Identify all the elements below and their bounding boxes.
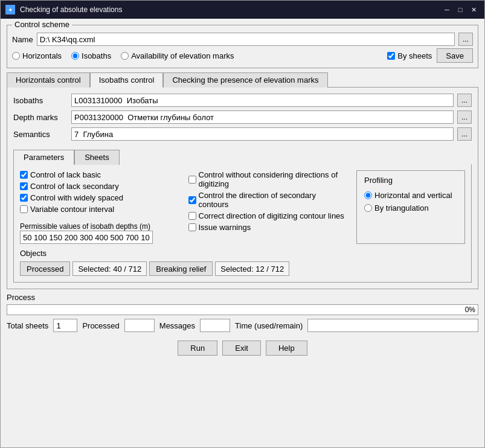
depths-input[interactable] (20, 231, 153, 244)
check-variable-contour-label: Variable contour interval (30, 205, 114, 214)
objects-label: Objects (20, 249, 465, 258)
objects-section: Objects Processed Selected: 40 / 712 Bre… (20, 249, 465, 276)
depths-section: Permissible values of isobath depths (m) (20, 219, 176, 244)
control-scheme-group: Control scheme Name ... Horizontals Isob… (7, 25, 478, 68)
check-lack-secondary-label: Control of lack secondary (30, 182, 119, 191)
check-widely-spaced[interactable]: Control with widely spaced (20, 193, 176, 202)
by-sheets-check[interactable]: By sheets (387, 51, 432, 60)
window-title: Checking of absolute elevations (20, 5, 122, 14)
check-direction-secondary[interactable]: Control the direction of secondary conto… (188, 191, 345, 209)
radio-row: Horizontals Isobaths Availability of ele… (12, 48, 473, 63)
check-correct-direction-label: Correct direction of digitizing contour … (199, 211, 344, 220)
save-button[interactable]: Save (437, 48, 473, 63)
app-icon: ✦ (5, 5, 15, 14)
depth-marks-browse-button[interactable]: ... (457, 110, 472, 124)
radio-triangulation[interactable]: By triangulation (364, 203, 457, 213)
relief-count: Selected: 12 / 712 (215, 261, 289, 276)
process-fields-row: Total sheets Processed Messages Time (us… (7, 319, 478, 332)
name-input[interactable] (37, 33, 455, 46)
progress-bar: 0% (7, 304, 478, 315)
tab-isobaths[interactable]: Isobaths control (90, 72, 164, 88)
messages-label: Messages (159, 321, 195, 330)
isobaths-tab-content: Isobaths ... Depth marks ... Semantics .… (7, 88, 478, 289)
profiling-title: Profiling (364, 176, 457, 185)
time-label: Time (used/remain) (235, 321, 303, 330)
time-input[interactable] (307, 319, 478, 332)
main-window: ✦ Checking of absolute elevations ─ □ ✕ … (0, 0, 485, 448)
control-type-radios: Horizontals Isobaths Availability of ele… (12, 51, 234, 60)
main-tabs-container: Horizontals control Isobaths control Che… (7, 72, 478, 289)
check-direction-secondary-label: Control the direction of secondary conto… (199, 191, 345, 209)
exit-button[interactable]: Exit (222, 341, 261, 356)
minimize-button[interactable]: ─ (441, 4, 453, 15)
tab-horizontals[interactable]: Horizontals control (7, 72, 90, 88)
parameters-tab-content: Control of lack basic Control of lack se… (13, 164, 472, 283)
radio-horizontals-label: Horizontals (22, 51, 62, 60)
name-label: Name (12, 35, 33, 44)
process-label: Process (7, 293, 478, 302)
depth-marks-field-row: Depth marks ... (13, 110, 472, 124)
inner-tab-parameters[interactable]: Parameters (13, 150, 74, 165)
messages-input[interactable] (200, 319, 230, 332)
total-sheets-input[interactable] (53, 319, 77, 332)
isobaths-browse-button[interactable]: ... (457, 94, 472, 107)
check-no-direction-label: Control without considering directions o… (199, 170, 345, 188)
name-row: Name ... (12, 33, 473, 46)
semantics-input[interactable] (71, 127, 454, 141)
inner-tab-sheets[interactable]: Sheets (74, 150, 119, 165)
check-lack-basic[interactable]: Control of lack basic (20, 170, 176, 179)
semantics-field-row: Semantics ... (13, 127, 472, 141)
maximize-button[interactable]: □ (454, 4, 466, 15)
depth-marks-input[interactable] (71, 110, 454, 124)
help-button[interactable]: Help (266, 341, 307, 356)
processed-input[interactable] (124, 319, 155, 332)
isobaths-field-row: Isobaths ... (13, 94, 472, 107)
run-button[interactable]: Run (178, 341, 217, 356)
params-left: Control of lack basic Control of lack se… (20, 170, 176, 244)
process-section: Process 0% Total sheets Processed Messag… (7, 293, 478, 332)
radio-horizontals[interactable]: Horizontals (12, 51, 62, 60)
progress-percent: 0% (465, 306, 475, 314)
depths-label: Permissible values of isobath depths (m) (20, 222, 176, 231)
params-layout: Control of lack basic Control of lack se… (20, 170, 465, 244)
radio-horizontal-vertical[interactable]: Horizontal and vertical (364, 191, 457, 200)
breaking-relief-button[interactable]: Breaking relief (149, 261, 213, 276)
check-issue-warnings[interactable]: Issue warnings (188, 223, 345, 232)
processed-button[interactable]: Processed (20, 261, 70, 276)
window-body: Control scheme Name ... Horizontals Isob… (1, 19, 484, 447)
control-scheme-label: Control scheme (12, 20, 72, 29)
radio-elevation-label: Availability of elevation marks (131, 51, 234, 60)
radio-isobaths-label: Isobaths (82, 51, 111, 60)
inner-tabs-header: Parameters Sheets (13, 149, 472, 164)
title-bar: ✦ Checking of absolute elevations ─ □ ✕ (1, 1, 484, 19)
main-tabs-header: Horizontals control Isobaths control Che… (7, 72, 478, 88)
processed-count: Selected: 40 / 712 (72, 261, 147, 276)
radio-isobaths[interactable]: Isobaths (71, 51, 111, 60)
profiling-box: Profiling Horizontal and vertical By tri… (356, 170, 465, 244)
name-browse-button[interactable]: ... (458, 33, 473, 46)
depth-marks-field-label: Depth marks (13, 113, 68, 122)
objects-row: Processed Selected: 40 / 712 Breaking re… (20, 261, 465, 276)
check-lack-secondary[interactable]: Control of lack secondary (20, 182, 176, 191)
tab-elevation-marks[interactable]: Checking the presence of elevation marks (163, 72, 327, 88)
close-button[interactable]: ✕ (467, 4, 480, 15)
check-no-direction[interactable]: Control without considering directions o… (188, 170, 345, 188)
by-sheets-label: By sheets (397, 51, 432, 60)
check-correct-direction[interactable]: Correct direction of digitizing contour … (188, 211, 345, 220)
title-bar-controls: ─ □ ✕ (441, 4, 480, 15)
check-issue-warnings-label: Issue warnings (199, 223, 251, 232)
total-sheets-label: Total sheets (7, 321, 48, 330)
isobaths-input[interactable] (71, 94, 454, 107)
check-lack-basic-label: Control of lack basic (30, 170, 101, 179)
title-bar-left: ✦ Checking of absolute elevations (5, 5, 122, 14)
params-right: Control without considering directions o… (188, 170, 345, 244)
action-row: Run Exit Help (7, 341, 478, 356)
radio-hv-label: Horizontal and vertical (374, 191, 452, 200)
radio-elevation-marks[interactable]: Availability of elevation marks (121, 51, 234, 60)
isobaths-field-label: Isobaths (13, 96, 68, 105)
semantics-browse-button[interactable]: ... (457, 127, 472, 141)
check-variable-contour[interactable]: Variable contour interval (20, 205, 176, 214)
processed-label: Processed (82, 321, 119, 330)
radio-tri-label: By triangulation (374, 203, 429, 213)
check-widely-spaced-label: Control with widely spaced (30, 193, 123, 202)
